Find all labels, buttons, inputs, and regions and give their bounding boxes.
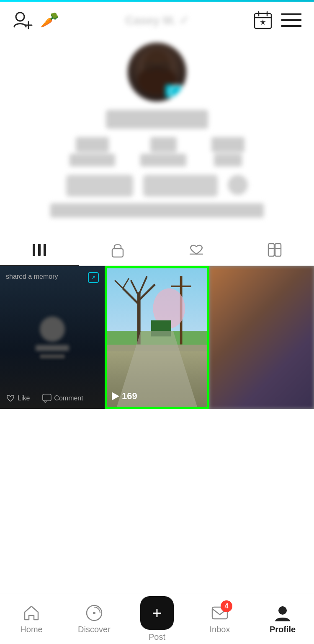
username-display: username### — [106, 110, 208, 129]
tab-tag[interactable] — [236, 234, 314, 265]
home-label: Home — [20, 625, 42, 634]
memory-badge-text: shared a memory — [6, 272, 58, 281]
likes-count: ### — [211, 137, 245, 152]
discover-label: Discover — [78, 625, 111, 634]
comment-action[interactable]: Comment — [42, 394, 83, 403]
svg-point-0 — [16, 13, 24, 21]
svg-point-41 — [278, 606, 287, 615]
friends-button[interactable]: Friends — [66, 175, 133, 197]
nav-post[interactable]: + Post — [126, 592, 188, 644]
svg-point-39 — [93, 612, 95, 614]
svg-rect-19 — [112, 249, 123, 257]
video-play-count: 169 — [112, 391, 137, 402]
header-left: 🥕 — [13, 10, 59, 30]
home-icon — [22, 604, 41, 622]
followers-count: ## — [150, 137, 177, 152]
tab-grid[interactable] — [0, 234, 79, 265]
tab-heart-hand[interactable] — [157, 234, 236, 265]
svg-text:↗: ↗ — [91, 275, 95, 280]
inbox-badge-wrapper: 4 — [211, 604, 229, 622]
image-card[interactable] — [209, 266, 314, 409]
header-right — [253, 10, 301, 30]
inbox-label: Inbox — [210, 625, 230, 634]
hamburger-menu-icon[interactable] — [281, 13, 301, 28]
stat-likes[interactable]: ### Likes — [211, 137, 245, 166]
stat-following[interactable]: ### Following — [69, 137, 115, 166]
nav-discover[interactable]: Discover — [63, 600, 126, 639]
tab-lock[interactable] — [79, 234, 157, 265]
svg-line-33 — [123, 278, 129, 288]
add-user-icon[interactable] — [13, 10, 33, 30]
header-title: Casey M. ✓ — [125, 13, 189, 27]
profile-icon — [273, 604, 292, 622]
svg-rect-20 — [268, 244, 274, 256]
post-button[interactable]: + — [140, 596, 174, 630]
bio-text: Bio text blurred for privacy reasons her… — [50, 203, 264, 218]
svg-rect-17 — [38, 244, 41, 256]
message-button[interactable]: Message — [143, 175, 217, 197]
profile-section: username### ### Following ## Followers #… — [0, 34, 314, 226]
memory-card[interactable]: shared a memory Like — [0, 266, 105, 409]
discover-icon — [85, 604, 103, 622]
video-card-selected[interactable]: 169 — [105, 266, 209, 409]
svg-rect-18 — [44, 244, 46, 256]
svg-line-32 — [115, 280, 123, 288]
profile-label: Profile — [270, 625, 296, 634]
post-plus-icon: + — [152, 605, 162, 621]
svg-rect-16 — [33, 244, 35, 256]
svg-rect-24 — [43, 394, 51, 401]
nav-profile[interactable]: Profile — [251, 600, 314, 639]
action-row: Friends Message — [66, 175, 247, 197]
calendar-star-icon[interactable] — [253, 10, 273, 30]
stats-row: ### Following ## Followers ### Likes — [69, 137, 245, 166]
followers-label: Followers — [140, 154, 186, 166]
svg-line-30 — [131, 280, 139, 296]
more-options-icon[interactable] — [228, 175, 248, 195]
following-label: Following — [69, 154, 115, 166]
share-icon[interactable]: ↗ — [88, 272, 99, 283]
header: 🥕 Casey M. ✓ — [0, 2, 314, 34]
following-count: ### — [76, 137, 109, 152]
profile-badge — [170, 85, 185, 100]
bottom-nav: Home Discover + Post 4 Inbox — [0, 594, 314, 644]
avatar[interactable] — [128, 43, 186, 101]
empty-space — [0, 409, 314, 576]
tabs-row — [0, 234, 314, 266]
nav-inbox[interactable]: 4 Inbox — [188, 600, 251, 639]
svg-line-29 — [139, 284, 155, 300]
post-label: Post — [149, 632, 165, 642]
svg-rect-21 — [275, 244, 281, 256]
nav-home[interactable]: Home — [0, 600, 63, 639]
like-action[interactable]: Like — [6, 394, 30, 403]
stat-followers[interactable]: ## Followers — [140, 137, 186, 166]
play-icon — [112, 392, 119, 400]
inbox-badge-count: 4 — [221, 600, 232, 612]
likes-label: Likes — [214, 154, 242, 166]
carrot-icon: 🥕 — [40, 11, 59, 29]
svg-line-31 — [139, 276, 147, 294]
content-area: shared a memory Like — [0, 266, 314, 409]
